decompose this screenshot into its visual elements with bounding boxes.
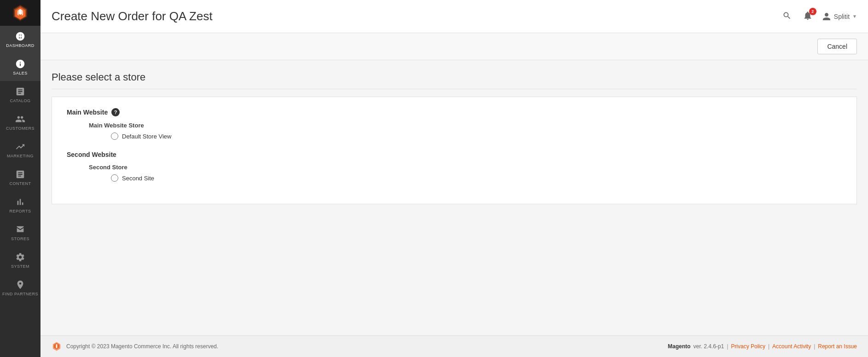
sidebar-item-sales-label: SALES [13, 71, 28, 75]
sidebar-item-stores[interactable]: STORES [0, 219, 41, 247]
store-view-default-label[interactable]: Default Store View [111, 132, 171, 140]
sidebar-item-find-partners-label: FIND PARTNERS [2, 292, 38, 296]
store-view-second-site-text: Second Site [122, 175, 154, 182]
marketing-icon [15, 142, 25, 152]
sidebar-item-catalog[interactable]: CATALOG [0, 81, 41, 109]
magento-logo-icon [12, 5, 29, 21]
sidebar-item-content[interactable]: CONTENT [0, 164, 41, 191]
sidebar-item-marketing[interactable]: MARKETING [0, 136, 41, 164]
sidebar-item-find-partners[interactable]: FIND PARTNERS [0, 274, 41, 302]
header: Create New Order for QA Zest 2 Splitit ▼ [41, 0, 868, 33]
sidebar-item-reports-label: REPORTS [10, 209, 31, 213]
partners-icon [15, 280, 25, 290]
catalog-icon [15, 86, 25, 97]
store-selection-form: Main Website ? Main Website Store Defaul… [52, 97, 857, 204]
user-menu-button[interactable]: Splitit ▼ [822, 12, 857, 21]
website-group-second: Second Website Second Store Second Site [67, 151, 842, 182]
store-view-second-site-label[interactable]: Second Site [111, 174, 154, 182]
store-group-second-store: Second Store Second Site [89, 164, 842, 182]
sidebar-logo [0, 0, 41, 26]
stores-icon [15, 225, 25, 235]
footer-magento-label: Magento [668, 343, 690, 350]
dashboard-icon [15, 31, 25, 41]
search-button[interactable] [781, 9, 793, 23]
sidebar-item-customers-label: CUSTOMERS [6, 126, 35, 131]
page-body: Please select a store Main Website ? Mai… [41, 60, 868, 335]
footer-report-issue-link[interactable]: Report an Issue [818, 343, 857, 350]
sidebar-item-marketing-label: MARKETING [7, 154, 34, 158]
footer-privacy-policy-link[interactable]: Privacy Policy [731, 343, 765, 350]
footer-left: Copyright © 2023 Magento Commerce Inc. A… [52, 341, 218, 351]
second-store-label: Second Store [89, 164, 842, 171]
sales-icon [15, 59, 25, 69]
select-store-heading: Please select a store [52, 71, 857, 89]
footer-account-activity-link[interactable]: Account Activity [772, 343, 811, 350]
store-view-row-default: Default Store View [111, 132, 842, 140]
main-website-label: Main Website ? [67, 108, 842, 116]
sidebar-item-stores-label: STORES [11, 236, 29, 241]
footer-sep-3: | [814, 343, 815, 350]
footer: Copyright © 2023 Magento Commerce Inc. A… [41, 335, 868, 357]
store-view-default-text: Default Store View [122, 133, 171, 140]
footer-magento-icon [52, 341, 62, 351]
sidebar-item-sales[interactable]: SALES [0, 53, 41, 81]
page-title: Create New Order for QA Zest [52, 9, 213, 23]
header-actions: 2 Splitit ▼ [781, 9, 857, 24]
footer-sep-2: | [768, 343, 770, 350]
store-view-second-site-radio[interactable] [111, 174, 118, 182]
reports-icon [15, 197, 25, 207]
sidebar-item-dashboard[interactable]: DASHBOARD [0, 26, 41, 53]
store-group-main-website-store: Main Website Store Default Store View [89, 122, 842, 140]
sidebar-item-system[interactable]: SYSTEM [0, 247, 41, 274]
main-website-store-label: Main Website Store [89, 122, 842, 129]
cancel-button[interactable]: Cancel [817, 39, 857, 54]
sidebar-item-catalog-label: CATALOG [10, 98, 30, 103]
sidebar-item-reports[interactable]: REPORTS [0, 191, 41, 219]
sidebar-item-customers[interactable]: CUSTOMERS [0, 109, 41, 136]
store-view-default-radio[interactable] [111, 132, 118, 140]
footer-version-number: ver. 2.4.6-p1 [693, 343, 724, 350]
footer-right: Magento ver. 2.4.6-p1 | Privacy Policy |… [668, 343, 857, 350]
chevron-down-icon: ▼ [852, 14, 857, 19]
sidebar-item-system-label: SYSTEM [11, 264, 29, 269]
sidebar-item-label: DASHBOARD [6, 43, 35, 48]
footer-sep-1: | [727, 343, 728, 350]
notifications-button[interactable]: 2 [801, 9, 815, 24]
second-website-label: Second Website [67, 151, 842, 158]
website-group-main: Main Website ? Main Website Store Defaul… [67, 108, 842, 140]
content-icon [15, 169, 25, 179]
main-content: Create New Order for QA Zest 2 Splitit ▼… [41, 0, 868, 357]
sidebar: DASHBOARD SALES CATALOG CUSTOMERS MARKET… [0, 0, 41, 357]
store-view-row-second-site: Second Site [111, 174, 842, 182]
help-icon[interactable]: ? [111, 108, 120, 116]
footer-copyright: Copyright © 2023 Magento Commerce Inc. A… [66, 343, 218, 350]
sidebar-item-content-label: CONTENT [10, 181, 31, 186]
user-name: Splitit [834, 13, 850, 20]
user-icon [822, 12, 831, 21]
action-bar: Cancel [41, 33, 868, 60]
search-icon [782, 11, 792, 20]
notification-badge: 2 [809, 8, 816, 15]
system-icon [15, 252, 25, 262]
customers-icon [15, 114, 25, 124]
